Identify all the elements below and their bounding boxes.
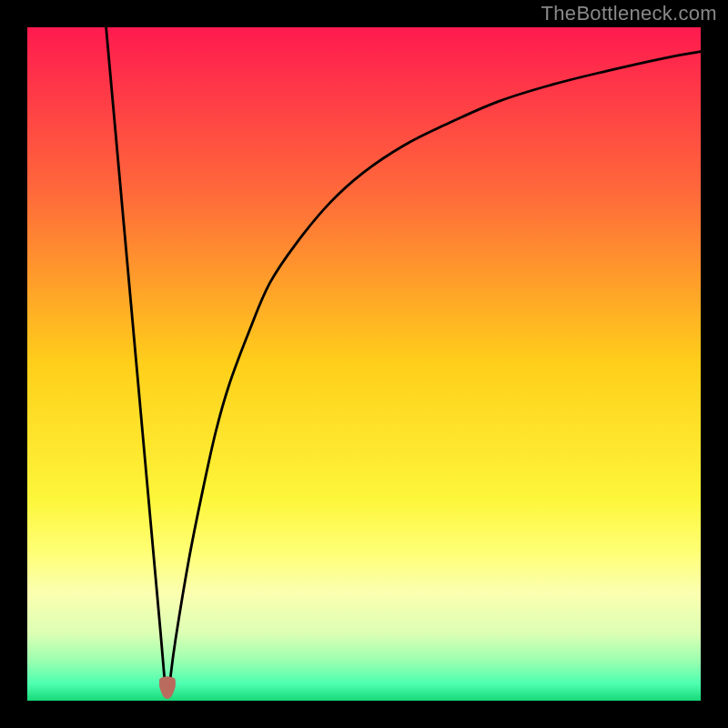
bottleneck-chart — [0, 0, 728, 728]
chart-frame: TheBottleneck.com — [0, 0, 728, 728]
plot-background — [27, 27, 701, 701]
watermark-label: TheBottleneck.com — [541, 2, 717, 25]
minimum-marker — [162, 679, 173, 696]
